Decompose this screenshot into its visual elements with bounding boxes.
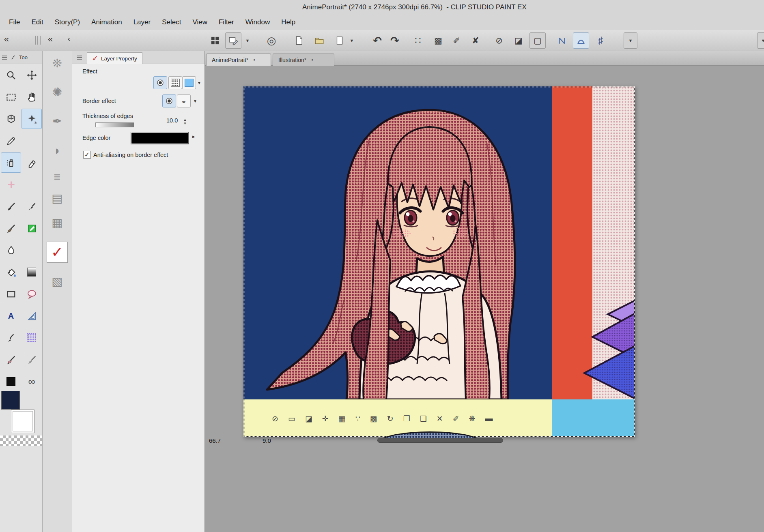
no-draw-button[interactable]: ⊘	[491, 32, 507, 49]
menu-item-filter[interactable]: Filter	[213, 16, 240, 29]
thickness-value[interactable]: 10.0	[166, 117, 178, 124]
subtool-lines-icon[interactable]: ≡	[48, 168, 66, 186]
tool-brush-pink[interactable]	[1, 350, 21, 370]
tool-ruler[interactable]	[22, 306, 42, 326]
subtool-layer-property-selected-icon[interactable]: ✓	[47, 242, 68, 263]
toolbar-overflow-dropdown[interactable]: ▼	[624, 32, 637, 49]
tool-pen[interactable]	[22, 196, 42, 217]
canvas-display-dropdown[interactable]: ▼	[243, 32, 252, 49]
tool-blend[interactable]	[1, 240, 21, 260]
launcher-sparkle-icon[interactable]: ❋	[469, 414, 476, 423]
tone-area-button[interactable]: ▩	[430, 32, 446, 49]
grid-ruler-button[interactable]: ♯	[592, 32, 609, 49]
document-tab-animeportrait[interactable]: AnimePortrait* ●	[206, 54, 271, 66]
canvas-page[interactable]	[243, 86, 635, 437]
launcher-no-draw-icon[interactable]: ⊘	[272, 414, 278, 423]
decoration-pen-button[interactable]: ✐	[448, 32, 465, 49]
subtool-blocks-icon[interactable]: ▦	[48, 214, 66, 232]
launcher-rotate-icon[interactable]: ↻	[387, 414, 394, 423]
launcher-delete-icon[interactable]: ✕	[437, 414, 443, 423]
horizontal-scrollbar[interactable]	[377, 438, 503, 443]
subtool-image-icon[interactable]: ▧	[48, 272, 66, 290]
subtool-auto-action-icon[interactable]: ❊	[48, 54, 66, 72]
thickness-stepper[interactable]: ▲ ▼	[183, 118, 187, 126]
launcher-marquee-icon[interactable]: ▭	[288, 414, 295, 423]
panel-menu-icon[interactable]	[77, 56, 82, 60]
launcher-copy-icon[interactable]: ❐	[403, 414, 410, 423]
undo-button[interactable]: ↶	[369, 32, 385, 49]
tool-figure[interactable]	[1, 284, 21, 304]
menu-item-edit[interactable]: Edit	[26, 16, 49, 29]
tool-airbrush[interactable]	[1, 152, 21, 173]
corner-fill-button[interactable]: ◪	[510, 32, 527, 49]
launcher-paste-icon[interactable]: ❑	[420, 414, 427, 423]
rotation-value[interactable]: 9.0	[263, 437, 271, 444]
effect-layer-color-toggle[interactable]	[182, 76, 196, 89]
effect-tone-toggle[interactable]	[168, 76, 182, 89]
new-canvas-button[interactable]	[291, 32, 307, 49]
tool-watercolor-brush[interactable]	[1, 218, 21, 238]
launcher-transform-icon[interactable]: ✛	[322, 414, 329, 423]
tool-brush[interactable]	[1, 196, 21, 217]
canvas-artwork[interactable]	[243, 86, 635, 437]
thickness-slider[interactable]	[95, 122, 134, 127]
menu-item-layer[interactable]: Layer	[128, 16, 157, 29]
launcher-grid-icon[interactable]: ▦	[338, 414, 346, 423]
transparent-color-swatch[interactable]	[0, 435, 42, 446]
tool-move[interactable]	[22, 65, 42, 85]
palette-menu-icon[interactable]	[2, 56, 7, 60]
toolbar-edge-dropdown[interactable]: ▼	[757, 32, 764, 49]
border-effect-watercolor-button[interactable]: ◒	[177, 94, 191, 107]
tool-object[interactable]	[22, 109, 42, 129]
tool-operation[interactable]	[1, 109, 21, 129]
selection-box-button[interactable]: ▢	[529, 32, 546, 49]
menu-item-animation[interactable]: Animation	[86, 16, 128, 29]
tool-fill[interactable]	[1, 262, 21, 282]
launcher-pen-icon[interactable]: ✐	[453, 414, 459, 423]
tool-gradient[interactable]	[22, 262, 42, 282]
sub-color-swatch[interactable]	[11, 410, 34, 433]
open-file-button[interactable]	[311, 32, 327, 49]
collapse-tool-palette-icon[interactable]: «	[2, 34, 11, 45]
tool-text[interactable]: A	[1, 306, 21, 326]
tool-decoration-marker[interactable]	[22, 218, 42, 238]
tool-liquify[interactable]	[1, 328, 21, 348]
edge-color-swatch[interactable]	[131, 132, 189, 144]
antialias-checkbox[interactable]: ✓	[83, 151, 91, 159]
layer-property-tab[interactable]: ✓ Layer Property	[87, 52, 142, 64]
border-effect-edge-button[interactable]	[162, 94, 176, 107]
collapse-subtool-icon[interactable]: «	[45, 34, 55, 45]
ruler-snap-button[interactable]	[554, 32, 570, 49]
launcher-dots-icon[interactable]: ∵	[355, 414, 360, 423]
tool-mix[interactable]	[1, 174, 21, 195]
subtool-filmstrip-icon[interactable]: ▤	[48, 189, 66, 207]
main-color-swatch[interactable]	[1, 391, 20, 410]
tool-zoom[interactable]	[1, 65, 21, 85]
effect-border-toggle[interactable]	[153, 76, 167, 89]
menu-item-select[interactable]: Select	[156, 16, 187, 29]
tool-balloon[interactable]	[22, 284, 42, 304]
menu-item-story[interactable]: Story(P)	[49, 16, 86, 29]
menu-item-help[interactable]: Help	[275, 16, 301, 29]
workspace-button[interactable]	[207, 32, 223, 49]
tool-brush-soft[interactable]	[22, 350, 42, 370]
tool-hand[interactable]	[22, 87, 42, 107]
tool-solid[interactable]	[1, 371, 21, 392]
curve-snap-button[interactable]	[573, 32, 589, 49]
menu-item-file[interactable]: File	[3, 16, 26, 29]
clip-studio-icon[interactable]: ◎	[263, 32, 280, 49]
tool-eyedropper[interactable]	[1, 131, 21, 151]
palette-grip[interactable]	[35, 36, 41, 45]
tool-eraser[interactable]	[22, 152, 42, 173]
zoom-value[interactable]: 66.7	[209, 437, 221, 444]
launcher-gradient-icon[interactable]: ◪	[305, 414, 312, 423]
menu-item-view[interactable]: View	[187, 16, 213, 29]
collapse-layer-property-icon[interactable]: ‹	[64, 34, 74, 43]
edge-color-expand-icon[interactable]: ▸	[192, 133, 195, 139]
stepper-down-icon[interactable]: ▼	[183, 122, 187, 126]
tool-correction[interactable]: ∞	[22, 371, 42, 392]
transform-button[interactable]: ∷	[410, 32, 426, 49]
launcher-tone-icon[interactable]: ▩	[370, 414, 377, 423]
effect-dropdown[interactable]: ▼	[195, 76, 203, 89]
document-tab-illustration[interactable]: Illustration* ●	[273, 54, 334, 66]
